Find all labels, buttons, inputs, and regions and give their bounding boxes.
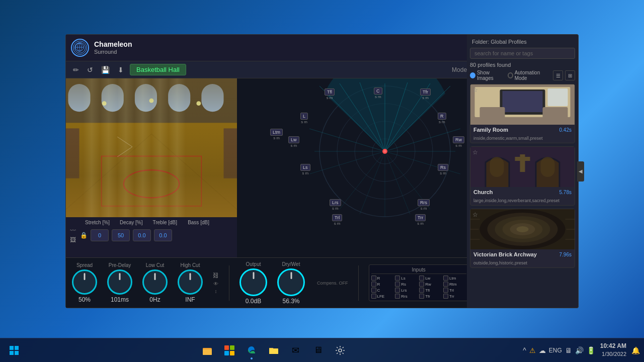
profile-image-church: ☆ [470, 147, 575, 187]
taskbar-app-folder[interactable] [264, 340, 284, 360]
taskbar-warning-icon[interactable]: ⚠ [529, 346, 536, 354]
input-tfl-cb[interactable] [419, 288, 424, 293]
profile-card-family-room[interactable]: ☆ Family Room 0.42s inside,domestic,warm… [470, 84, 575, 143]
automation-mode-radio[interactable] [508, 72, 513, 78]
collapse-button[interactable]: ◀ [577, 161, 584, 182]
preset-name[interactable]: Basketball Hall [130, 64, 186, 75]
waveform-icon[interactable]: 〰 [70, 227, 76, 234]
image-icon[interactable]: 🖼 [70, 236, 76, 243]
input-tfr-cb[interactable] [419, 294, 424, 299]
channel-rw: Rw sm [453, 136, 464, 148]
show-images-radio[interactable] [470, 72, 475, 78]
taskbar-chevron-up[interactable]: ^ [523, 346, 526, 354]
svg-rect-76 [15, 346, 19, 350]
svg-rect-58 [490, 157, 504, 177]
taskbar-app-store[interactable] [219, 340, 239, 360]
input-lfe-cb[interactable] [371, 294, 376, 299]
input-lrs-cb[interactable] [395, 288, 400, 293]
archway-tags: outside,long,historic,preset [470, 259, 575, 267]
grid-view-button[interactable]: ⊞ [565, 70, 575, 80]
dry-wet-knob[interactable] [277, 268, 305, 296]
list-view-button[interactable]: ☰ [553, 70, 563, 80]
taskbar-cloud-icon[interactable]: ☁ [539, 346, 546, 354]
taskbar-right: ^ ⚠ ☁ ENG 🖥 🔊 🔋 10:42 AM 1/30/2022 🔔 [523, 342, 640, 358]
channel-c: C sm [374, 87, 382, 99]
svg-point-18 [102, 101, 107, 106]
svg-rect-81 [224, 345, 229, 350]
profile-image-archway: ☆ [470, 209, 575, 249]
svg-rect-61 [515, 157, 530, 161]
download-icon[interactable]: ⬇ [116, 65, 126, 75]
ear-icon[interactable]: 👁 [213, 281, 218, 287]
output-knob[interactable] [239, 268, 267, 296]
chain-icon[interactable]: ⛓ [213, 272, 219, 279]
archway-time: 7.96s [559, 252, 572, 257]
star-church[interactable]: ☆ [472, 149, 478, 156]
channel-trr: Trr sm [415, 214, 426, 226]
svg-rect-5 [66, 78, 237, 123]
input-rrs-cb[interactable] [395, 294, 400, 299]
input-trl-cb[interactable] [443, 288, 448, 293]
low-cut-knob[interactable] [142, 269, 168, 295]
svg-line-42 [340, 151, 385, 209]
input-rtm-cb[interactable] [443, 282, 448, 287]
high-cut-knob[interactable] [178, 269, 203, 295]
app-title: Chameleon Surround [94, 40, 132, 55]
spread-knob[interactable] [72, 269, 97, 295]
svg-point-85 [339, 349, 342, 352]
profile-card-church[interactable]: ☆ Church 5.78s large,inside,l [470, 146, 575, 206]
save-icon[interactable]: 💾 [99, 65, 112, 75]
star-family-room[interactable]: ☆ [472, 86, 478, 94]
stretch-control[interactable]: 0 [91, 229, 109, 241]
arrow-icon[interactable]: ↕ [215, 289, 217, 294]
taskbar-app-mail[interactable]: ✉ [286, 340, 306, 360]
dry-wet-knob-group: Dry/Wet 56.3% [277, 261, 305, 305]
input-ltm-cb[interactable] [443, 276, 448, 281]
treble-control[interactable]: 0.0 [133, 229, 151, 241]
taskbar-battery-icon[interactable]: 🔋 [587, 346, 595, 354]
profile-card-victorian-archway[interactable]: ☆ [470, 209, 575, 268]
taskbar-app-monitor[interactable]: 🖥 [308, 340, 328, 360]
input-r2-cb[interactable] [371, 282, 376, 287]
input-trr-cb[interactable] [443, 294, 448, 299]
input-r-cb[interactable] [371, 276, 376, 281]
taskbar-app-settings[interactable] [330, 340, 350, 360]
taskbar-lang[interactable]: ENG [549, 347, 562, 354]
pre-delay-knob-group: Pre-Delay 101ms [107, 262, 132, 303]
channel-ls: Ls sm [300, 164, 310, 175]
lock-icon[interactable]: 🔒 [80, 232, 88, 239]
svg-rect-6 [68, 84, 90, 112]
svg-rect-22 [224, 128, 237, 178]
star-archway[interactable]: ☆ [472, 211, 478, 218]
high-cut-knob-group: High Cut INF [178, 262, 203, 303]
start-button[interactable] [4, 340, 24, 360]
time-display[interactable]: 10:42 AM 1/30/2022 [600, 342, 626, 358]
svg-rect-78 [15, 351, 19, 355]
svg-point-16 [124, 170, 179, 198]
church-time: 5.78s [559, 190, 572, 195]
family-room-time: 0.42s [559, 127, 572, 133]
taskbar-volume-icon[interactable]: 🔊 [575, 346, 584, 354]
taskbar-monitor-icon[interactable]: 🖥 [565, 346, 572, 354]
bass-control[interactable]: 0.0 [154, 229, 172, 241]
taskbar-app-edge[interactable] [242, 340, 262, 360]
taskbar-notification-icon[interactable]: 🔔 [631, 346, 640, 354]
input-c-cb[interactable] [371, 288, 376, 293]
svg-rect-55 [548, 88, 568, 106]
svg-rect-8 [135, 84, 157, 112]
channel-ltm: Ltm sm [270, 129, 283, 140]
pre-delay-knob[interactable] [107, 269, 132, 295]
inputs-block: Inputs R Ls Lw Ltm R Rs Rw Rtm C Lrs Tfl… [369, 264, 469, 301]
profile-count: 80 profiles found [470, 62, 575, 68]
input-lw-cb[interactable] [419, 276, 424, 281]
folder-label: Folder: Global Profiles [470, 38, 575, 46]
input-rw-cb[interactable] [419, 282, 424, 287]
input-rs-cb[interactable] [395, 282, 400, 287]
refresh-icon[interactable]: ↺ [85, 65, 95, 75]
search-input[interactable] [470, 48, 575, 59]
image-controls: Stretch [%] Decay [%] Treble [dB] Bass [… [66, 217, 237, 257]
taskbar-app-files[interactable] [197, 340, 217, 360]
input-ls-cb[interactable] [395, 276, 400, 281]
edit-icon[interactable]: ✏ [71, 65, 81, 75]
decay-control[interactable]: 50 [112, 229, 130, 241]
